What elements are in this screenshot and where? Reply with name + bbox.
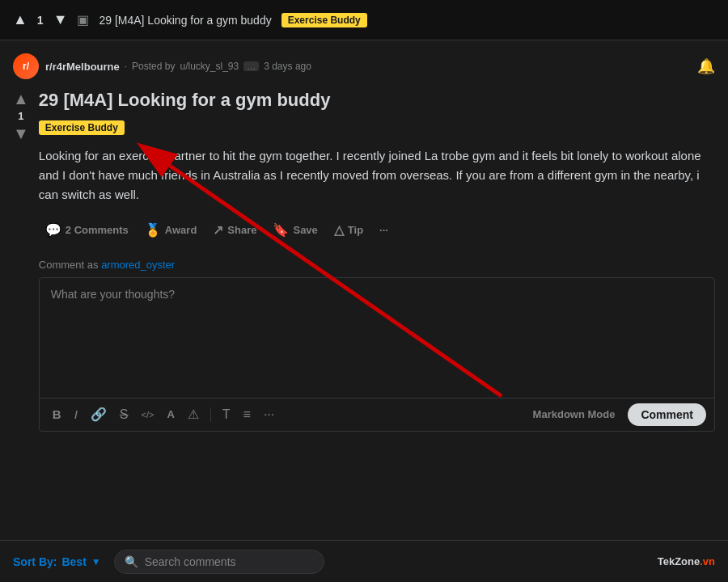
subreddit-avatar[interactable]: r/ bbox=[13, 53, 39, 79]
comments-icon: 💬 bbox=[45, 222, 61, 238]
topbar-vote-count: 1 bbox=[37, 14, 44, 27]
subreddit-name[interactable]: r/r4rMelbourne bbox=[45, 61, 120, 73]
award-icon: 🏅 bbox=[145, 222, 161, 238]
post-container: ▲ 1 ▼ 29 [M4A] Looking for a gym buddy E… bbox=[13, 89, 715, 438]
topbar-post-title: 29 [M4A] Looking for a gym buddy bbox=[99, 14, 271, 27]
comments-label: 2 Comments bbox=[66, 224, 129, 236]
top-bar: ▲ 1 ▼ ▣ 29 [M4A] Looking for a gym buddy… bbox=[0, 0, 728, 40]
action-bar: 💬 2 Comments 🏅 Award ↗ Share 🔖 Save △ bbox=[39, 217, 715, 242]
comment-as-username[interactable]: armored_oyster bbox=[101, 259, 175, 271]
vote-column: ▲ 1 ▼ bbox=[13, 89, 39, 438]
search-comments-container: 🔍 bbox=[114, 550, 324, 574]
more-button[interactable]: ··· bbox=[373, 219, 395, 241]
vote-count: 1 bbox=[18, 110, 23, 122]
time-ago: 3 days ago bbox=[264, 61, 311, 72]
sort-chevron-icon: ▼ bbox=[91, 556, 101, 567]
comments-button[interactable]: 💬 2 Comments bbox=[39, 217, 135, 242]
toolbar-list-button[interactable]: ≡ bbox=[239, 404, 256, 425]
meta-dots[interactable]: … bbox=[243, 61, 259, 71]
toolbar-bold-button[interactable]: B bbox=[48, 404, 66, 424]
sort-by-label: Sort By: bbox=[13, 555, 57, 568]
toolbar-link-button[interactable]: 🔗 bbox=[86, 403, 112, 425]
upvote-arrow-icon[interactable]: ▲ bbox=[13, 91, 29, 107]
share-label: Share bbox=[227, 224, 256, 236]
toolbar-strikethrough-button[interactable]: S bbox=[115, 404, 133, 425]
post-title: 29 [M4A] Looking for a gym buddy bbox=[39, 89, 715, 112]
toolbar-italic-button[interactable]: I bbox=[70, 404, 83, 424]
tekzone-branding: TekZone.vn bbox=[658, 555, 715, 567]
post-meta: r/r4rMelbourne · Posted by u/lucky_sl_93… bbox=[45, 61, 311, 73]
comment-as: Comment as armored_oyster bbox=[39, 259, 715, 271]
comment-box: B I 🔗 S </> A ⚠ T ≡ ··· Markdown Mode Co… bbox=[39, 277, 715, 432]
tekzone-text: TekZone bbox=[658, 555, 700, 567]
post-body-text: Looking for an exercise partner to hit t… bbox=[39, 146, 715, 205]
notification-bell-icon[interactable]: 🔔 bbox=[697, 57, 715, 75]
post-flair[interactable]: Exercise Buddy bbox=[39, 120, 125, 135]
save-label: Save bbox=[293, 224, 317, 236]
search-comments-input[interactable] bbox=[145, 555, 314, 568]
tip-label: Tip bbox=[348, 224, 363, 236]
award-label: Award bbox=[165, 224, 197, 236]
markdown-mode-label: Markdown Mode bbox=[533, 408, 616, 420]
tip-icon: △ bbox=[334, 222, 344, 238]
toolbar-separator bbox=[210, 407, 211, 422]
toolbar-code-button[interactable]: </> bbox=[136, 407, 159, 423]
comment-toolbar: B I 🔗 S </> A ⚠ T ≡ ··· Markdown Mode Co… bbox=[40, 398, 714, 431]
save-button[interactable]: 🔖 Save bbox=[266, 217, 324, 242]
comment-submit-button[interactable]: Comment bbox=[628, 403, 706, 426]
topbar-page-icon: ▣ bbox=[77, 12, 89, 27]
more-label: ··· bbox=[379, 224, 388, 236]
toolbar-heading-button[interactable]: A bbox=[162, 405, 179, 424]
topbar-badge[interactable]: Exercise Buddy bbox=[281, 13, 367, 27]
toolbar-superscript-button[interactable]: T bbox=[218, 404, 235, 425]
tip-button[interactable]: △ Tip bbox=[328, 217, 370, 242]
separator-dot: · bbox=[125, 61, 127, 72]
toolbar-more-button[interactable]: ··· bbox=[259, 404, 279, 425]
posted-by-label: Posted by bbox=[132, 61, 175, 72]
sort-by-value: Best bbox=[61, 555, 86, 568]
award-button[interactable]: 🏅 Award bbox=[138, 217, 204, 242]
share-icon: ↗ bbox=[213, 222, 223, 238]
main-content: r/ r/r4rMelbourne · Posted by u/lucky_sl… bbox=[0, 40, 728, 438]
bottom-bar: Sort By: Best ▼ 🔍 TekZone.vn bbox=[0, 540, 728, 582]
search-icon: 🔍 bbox=[125, 555, 138, 568]
post-body: 29 [M4A] Looking for a gym buddy Exercis… bbox=[39, 89, 715, 438]
comment-textarea[interactable] bbox=[40, 278, 714, 395]
tekzone-domain: .vn bbox=[700, 555, 715, 567]
toolbar-spoiler-button[interactable]: ⚠ bbox=[183, 403, 204, 425]
downvote-arrow-icon[interactable]: ▼ bbox=[13, 125, 29, 141]
topbar-downvote-arrow[interactable]: ▼ bbox=[53, 11, 68, 28]
post-header: r/ r/r4rMelbourne · Posted by u/lucky_sl… bbox=[13, 53, 715, 79]
post-username[interactable]: u/lucky_sl_93 bbox=[180, 61, 239, 72]
share-button[interactable]: ↗ Share bbox=[206, 217, 263, 242]
sort-by-dropdown[interactable]: Sort By: Best ▼ bbox=[13, 555, 101, 568]
comment-as-label: Comment as bbox=[39, 259, 99, 271]
save-icon: 🔖 bbox=[273, 222, 289, 238]
topbar-upvote-arrow[interactable]: ▲ bbox=[13, 11, 28, 28]
